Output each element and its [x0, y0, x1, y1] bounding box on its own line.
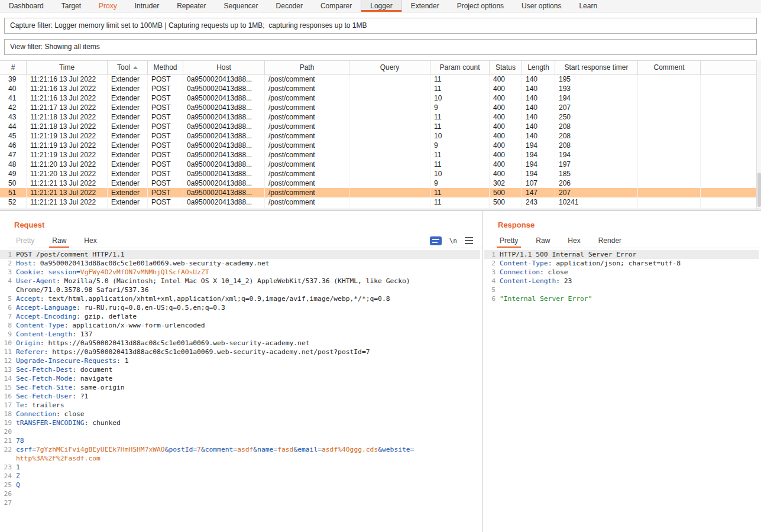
- response-line-4[interactable]: 4Content-Length: 23: [484, 277, 759, 286]
- log-row-41[interactable]: 4111:21:16 13 Jul 2022ExtenderPOST0a9500…: [0, 93, 761, 103]
- request-line-22[interactable]: 22csrf=7gYzhMCiFvi4gBEyUEEk7HmHSHM7xWAO&…: [0, 445, 480, 463]
- cell-query: [349, 74, 430, 84]
- view-filter-bar[interactable]: View filter: Showing all items: [4, 39, 757, 55]
- log-row-48[interactable]: 4811:21:20 13 Jul 2022ExtenderPOST0a9500…: [0, 160, 761, 169]
- table-scrollbar-thumb[interactable]: [757, 173, 761, 207]
- table-scrollbar[interactable]: [756, 60, 761, 209]
- cell-param-count: 11: [430, 112, 490, 122]
- column-header-status[interactable]: Status: [490, 61, 522, 74]
- log-row-42[interactable]: 4211:21:17 13 Jul 2022ExtenderPOST0a9500…: [0, 103, 761, 112]
- nav-tab-extender[interactable]: Extender: [402, 0, 448, 12]
- response-line-2[interactable]: 2Content-Type: application/json; charset…: [484, 259, 759, 268]
- log-row-39[interactable]: 3911:21:16 13 Jul 2022ExtenderPOST0a9500…: [0, 74, 761, 84]
- request-editor[interactable]: 1POST /post/comment HTTP/1.12Host: 0a950…: [0, 250, 480, 530]
- request-line-23[interactable]: 231: [0, 463, 480, 472]
- column-header-time[interactable]: Time: [27, 61, 108, 74]
- newline-toggle-icon[interactable]: \n: [449, 237, 457, 245]
- column-header-tool[interactable]: Tool: [108, 61, 148, 74]
- column-header-host[interactable]: Host: [183, 61, 265, 74]
- request-line-25[interactable]: 25Q: [0, 481, 480, 489]
- response-editor[interactable]: 1HTTP/1.1 500 Internal Server Error2Cont…: [484, 250, 759, 530]
- log-row-47[interactable]: 4711:21:19 13 Jul 2022ExtenderPOST0a9500…: [0, 150, 761, 160]
- request-tab-hex[interactable]: Hex: [75, 233, 105, 248]
- request-line-18[interactable]: 18Connection: close: [0, 410, 480, 419]
- response-line-1[interactable]: 1HTTP/1.1 500 Internal Server Error: [484, 250, 759, 259]
- log-row-50[interactable]: 5011:21:21 13 Jul 2022ExtenderPOST0a9500…: [0, 179, 761, 188]
- log-row-51[interactable]: 5111:21:21 13 Jul 2022ExtenderPOST0a9500…: [0, 188, 761, 197]
- log-row-44[interactable]: 4411:21:18 13 Jul 2022ExtenderPOST0a9500…: [0, 122, 761, 131]
- cell-time: 11:21:21 13 Jul 2022: [27, 188, 108, 197]
- response-tab-render[interactable]: Render: [590, 233, 630, 248]
- request-line-24[interactable]: 24Z: [0, 472, 480, 481]
- request-line-26[interactable]: 26: [0, 489, 480, 498]
- log-row-52[interactable]: 5211:21:21 13 Jul 2022ExtenderPOST0a9500…: [0, 197, 761, 207]
- request-line-13[interactable]: 13Sec-Fetch-Dest: document: [0, 365, 480, 374]
- cell-query: [349, 122, 430, 131]
- request-line-27[interactable]: 27: [0, 498, 480, 507]
- request-line-1[interactable]: 1POST /post/comment HTTP/1.1: [0, 250, 480, 259]
- request-line-11[interactable]: 11Referer: https://0a9500020413d88ac08c5…: [0, 348, 480, 356]
- request-line-3[interactable]: 3Cookie: session=VgFWy4D2vMfON7vMNMhjQlS…: [0, 268, 480, 277]
- cell-start-response-timer: 233: [555, 207, 638, 208]
- request-line-21[interactable]: 2178: [0, 436, 480, 445]
- request-line-2[interactable]: 2Host: 0a9500020413d88ac08c5c1e001a0069.…: [0, 259, 480, 268]
- log-row-40[interactable]: 4011:21:16 13 Jul 2022ExtenderPOST0a9500…: [0, 84, 761, 93]
- request-line-content: Connection: close: [16, 410, 416, 419]
- log-row-49[interactable]: 4911:21:20 13 Jul 2022ExtenderPOST0a9500…: [0, 169, 761, 179]
- nav-tab-target[interactable]: Target: [53, 0, 90, 12]
- column-header-start-response-timer[interactable]: Start response timer: [555, 61, 638, 74]
- nav-tab-dashboard[interactable]: Dashboard: [0, 0, 53, 12]
- nav-tab-project-options[interactable]: Project options: [448, 0, 513, 12]
- nav-tab-sequencer[interactable]: Sequencer: [215, 0, 267, 12]
- response-tab-hex[interactable]: Hex: [559, 233, 589, 248]
- response-tab-pretty[interactable]: Pretty: [491, 233, 527, 248]
- request-tab-raw[interactable]: Raw: [43, 233, 75, 248]
- request-line-12[interactable]: 12Upgrade-Insecure-Requests: 1: [0, 356, 480, 365]
- nav-tab-learn[interactable]: Learn: [570, 0, 606, 12]
- log-row-53[interactable]: 5311:21:22 13 Jul 2022ExtenderPOST0a9500…: [0, 207, 761, 208]
- column-header-method[interactable]: Method: [148, 61, 183, 74]
- request-line-5[interactable]: 5Accept: text/html,application/xhtml+xml…: [0, 294, 480, 303]
- request-line-16[interactable]: 16Sec-Fetch-User: ?1: [0, 392, 480, 401]
- nav-tab-comparer[interactable]: Comparer: [312, 0, 361, 12]
- cell-status: 400: [490, 150, 522, 160]
- column-header-param-count[interactable]: Param count: [430, 61, 490, 74]
- request-line-10[interactable]: 10Origin: https://0a9500020413d88ac08c5c…: [0, 339, 480, 348]
- cell-comment: [638, 150, 701, 160]
- column-header--[interactable]: #: [0, 61, 27, 74]
- request-line-9[interactable]: 9Content-Length: 137: [0, 330, 480, 339]
- editor-menu-icon[interactable]: [465, 237, 473, 244]
- column-header-path[interactable]: Path: [265, 61, 349, 74]
- cell-param-count: 10: [430, 93, 490, 103]
- nav-tab-logger[interactable]: Logger: [361, 0, 401, 12]
- nav-tab-decoder[interactable]: Decoder: [267, 0, 312, 12]
- nav-tab-proxy[interactable]: Proxy: [90, 0, 126, 12]
- request-line-14[interactable]: 14Sec-Fetch-Mode: navigate: [0, 374, 480, 383]
- cell-path: /post/comment: [265, 103, 349, 112]
- response-line-3[interactable]: 3Connection: close: [484, 268, 759, 277]
- request-line-20[interactable]: 20: [0, 427, 480, 436]
- nav-tab-user-options[interactable]: User options: [513, 0, 570, 12]
- request-line-17[interactable]: 17Te: trailers: [0, 401, 480, 410]
- request-tab-pretty[interactable]: Pretty: [7, 233, 43, 248]
- log-row-43[interactable]: 4311:21:18 13 Jul 2022ExtenderPOST0a9500…: [0, 112, 761, 122]
- cell-param-count: 11: [430, 150, 490, 160]
- request-line-8[interactable]: 8Content-Type: application/x-www-form-ur…: [0, 321, 480, 330]
- nav-tab-repeater[interactable]: Repeater: [168, 0, 215, 12]
- capture-filter-bar[interactable]: Capture filter: Logger memory limit set …: [4, 18, 757, 34]
- request-line-7[interactable]: 7Accept-Encoding: gzip, deflate: [0, 312, 480, 321]
- nav-tab-intruder[interactable]: Intruder: [126, 0, 168, 12]
- column-header-query[interactable]: Query: [349, 61, 430, 74]
- column-header-comment[interactable]: Comment: [638, 61, 701, 74]
- request-line-4[interactable]: 4User-Agent: Mozilla/5.0 (Macintosh; Int…: [0, 277, 480, 294]
- response-tab-raw[interactable]: Raw: [527, 233, 559, 248]
- request-line-19[interactable]: 19tRANSFER-ENCODING: chunked: [0, 419, 480, 427]
- request-line-15[interactable]: 15Sec-Fetch-Site: same-origin: [0, 383, 480, 392]
- syntax-highlight-toggle-icon[interactable]: [430, 236, 442, 245]
- request-line-6[interactable]: 6Accept-Language: ru-RU,ru;q=0.8,en-US;q…: [0, 303, 480, 312]
- response-line-6[interactable]: 6"Internal Server Error": [484, 294, 759, 303]
- column-header-length[interactable]: Length: [522, 61, 555, 74]
- response-line-5[interactable]: 5: [484, 286, 759, 294]
- log-row-45[interactable]: 4511:21:19 13 Jul 2022ExtenderPOST0a9500…: [0, 131, 761, 141]
- log-row-46[interactable]: 4611:21:19 13 Jul 2022ExtenderPOST0a9500…: [0, 141, 761, 150]
